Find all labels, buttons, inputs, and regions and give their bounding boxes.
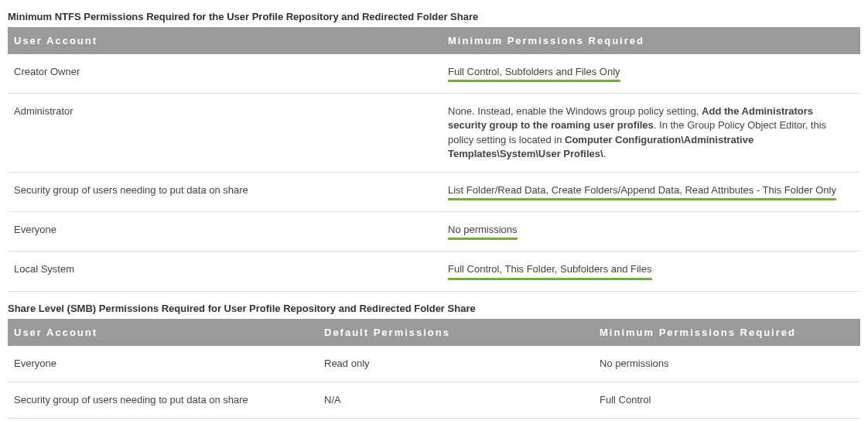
cell: Full Control (593, 382, 860, 418)
ntfs-permissions-table: User Account Minimum Permissions Require… (8, 27, 860, 292)
smb-section-title: Share Level (SMB) Permissions Required f… (8, 303, 860, 314)
table-row: Administrator None. Instead, enable the … (8, 94, 860, 173)
cell: Everyone (8, 346, 318, 382)
cell: Read only (318, 346, 593, 382)
cell-perm: Full Control, This Folder, Subfolders an… (442, 252, 860, 291)
smb-header-account: User Account (8, 319, 318, 346)
smb-permissions-table: User Account Default Permissions Minimum… (8, 319, 860, 419)
cell-perm: Full Control, Subfolders and Files Only (442, 54, 860, 94)
cell: No permissions (593, 346, 860, 382)
table-row: Everyone Read only No permissions (8, 346, 860, 382)
cell: Security group of users needing to put d… (8, 382, 318, 418)
cell: N/A (318, 382, 593, 418)
cell-account: Everyone (8, 212, 442, 252)
cell-perm: No permissions (442, 212, 860, 252)
cell-perm: None. Instead, enable the Windows group … (442, 94, 860, 173)
ntfs-header-account: User Account (8, 27, 442, 54)
table-row: Security group of users needing to put d… (8, 382, 860, 418)
table-row: Creator Owner Full Control, Subfolders a… (8, 54, 860, 94)
cell-account: Creator Owner (8, 54, 442, 94)
smb-header-default: Default Permissions (318, 319, 593, 346)
table-row: Security group of users needing to put d… (8, 172, 860, 211)
ntfs-header-perms: Minimum Permissions Required (442, 27, 860, 54)
table-row: Everyone No permissions (8, 212, 860, 252)
table-row: Local System Full Control, This Folder, … (8, 252, 860, 291)
cell-account: Local System (8, 252, 442, 291)
cell-account: Administrator (8, 94, 442, 173)
smb-header-minperms: Minimum Permissions Required (593, 319, 860, 346)
cell-account: Security group of users needing to put d… (8, 172, 442, 211)
ntfs-section-title: Minimum NTFS Permissions Required for th… (8, 11, 860, 22)
cell-perm: List Folder/Read Data, Create Folders/Ap… (442, 172, 860, 211)
